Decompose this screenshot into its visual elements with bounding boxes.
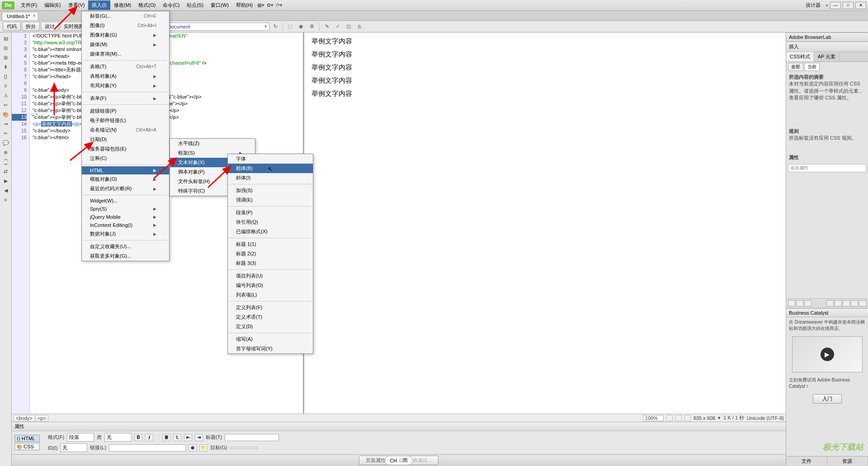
menu-item-33[interactable]: 标题 3(3) [228,259,313,268]
menu-item-f[interactable]: 定义列表(F) [228,303,313,312]
css-all-tab[interactable]: 全部 [788,63,803,71]
ul-button[interactable]: ≣ [162,434,170,441]
format-source-icon[interactable]: ≡ [1,196,10,204]
preview-paragraph[interactable]: 举例文字内容 [311,37,778,46]
menu-item-a[interactable]: 表格对象(A)▶ [82,71,169,81]
menu-item-n[interactable]: 命名锚记(N)Ctrl+Alt+A [82,125,169,135]
wrap-tag-icon[interactable]: ⊕ [1,148,10,156]
attach-stylesheet-icon[interactable] [826,300,834,306]
menu-格式[interactable]: 格式(O) [135,0,159,10]
show-set-icon[interactable] [804,300,811,306]
menu-item-s[interactable]: 加强(S) [228,186,313,195]
link-input[interactable] [109,444,186,452]
live-code-icon[interactable]: ⬚ [285,22,295,31]
menu-item-m[interactable]: 媒体(M)▶ [82,40,169,49]
view-代码[interactable]: 代码 [3,22,21,31]
menu-item-l[interactable]: 电子邮件链接(L) [82,116,169,125]
edit-rule-icon[interactable] [843,300,850,306]
menu-item-t[interactable]: 定义术语(T) [228,312,313,322]
menu-item-g[interactable]: 图像对象(G)▶ [82,30,169,40]
preview-paragraph[interactable]: 举例文字内容 [311,63,778,72]
open-documents-icon[interactable]: ▤ [1,34,10,42]
menu-item-i[interactable]: 图像(I)Ctrl+Alt+I [82,21,169,30]
menu-item-p[interactable]: 超级链接(P) [82,106,169,116]
ime-indicator[interactable]: CH □简 [385,456,413,465]
expand-icon[interactable]: ⊞ [1,53,10,61]
title-input[interactable] [225,434,279,441]
add-property-input[interactable]: 添加属性 [788,164,866,172]
browser-nav-icon[interactable]: ◉ [296,22,306,31]
minimize-button[interactable]: — [830,2,841,9]
css-current-tab[interactable]: 当前 [804,63,820,71]
menu-item-d[interactable]: 定义(D) [228,322,313,331]
browse-folder-icon[interactable]: 📁 [199,444,208,452]
target-select[interactable] [230,447,257,449]
assets-tab[interactable]: 资源 [827,457,868,466]
menu-item-o[interactable]: 编号列表(O) [228,281,313,290]
menu-item-t[interactable]: 表格(T)Ctrl+Alt+T [82,62,169,71]
menu-item-22[interactable]: 标题 2(2) [228,249,313,259]
comment-icon[interactable]: 💬 [1,139,10,147]
menu-item-j[interactable]: 数据对象(J)▶ [82,229,169,239]
menu-item-c[interactable]: 注释(C) [82,154,169,163]
maximize-button[interactable]: □ [843,2,854,9]
close-tab-icon[interactable]: ✕ [33,14,36,18]
line-numbers-icon[interactable]: # [1,82,10,90]
view-设计[interactable]: 设计 [41,22,59,31]
workspace-switcher[interactable]: 设计器 [802,2,824,9]
insert-panel-title[interactable]: 插入 [786,42,868,52]
sync-icon[interactable]: ⟳▾ [274,2,283,9]
preview-paragraph[interactable]: 举例文字内容 [311,50,778,59]
menu-item-a[interactable]: 缩写(A) [228,334,313,344]
indent-icon[interactable]: ▶ [1,177,10,185]
business-catalyst-title[interactable]: Business Catalyst [786,308,868,317]
select-parent-icon[interactable]: ⬍ [1,63,10,71]
show-list-icon[interactable] [796,300,803,306]
bc-video-thumbnail[interactable]: ▶ [792,336,863,372]
menu-item-g[interactable]: 获取更多对象(G)... [82,251,169,261]
menu-item-sprys[interactable]: Spry(S)▶ [82,205,169,213]
menu-item-u[interactable]: 自定义收藏夹(U)... [82,242,169,251]
menu-item-g[interactable]: 标签(G)...Ctrl+E [82,11,169,21]
menu-文件[interactable]: 文件(F) [17,0,41,10]
class-select[interactable]: 无 [104,433,132,442]
menu-item-html[interactable]: HTML▶ [82,166,169,174]
design-view[interactable]: 举例文字内容举例文字内容举例文字内容举例文字内容举例文字内容 [303,33,786,414]
menu-站点[interactable]: 站点(S) [183,0,207,10]
id-select[interactable]: 无 [60,443,87,452]
menu-命令[interactable]: 命令(C) [159,0,183,10]
view-拆分[interactable]: 拆分 [22,22,40,31]
menu-插入[interactable]: 插入(I) [88,0,110,10]
menu-item-p[interactable]: 段落(P) [228,208,313,217]
point-to-file-icon[interactable]: ⊕ [189,444,197,452]
tag-crumb[interactable]: <p> [35,415,48,421]
menu-item-f[interactable]: 表单(F)▶ [82,94,169,103]
menu-item-[interactable]: 字体 [228,154,313,164]
menu-item-r[interactable]: 最近的代码片断(R)▶ [82,184,169,193]
menu-item-z[interactable]: 水平线(Z) [170,139,255,148]
props-css-mode[interactable]: 🎨 CSS [14,443,40,450]
ol-button[interactable]: ⒈ [173,434,181,441]
tag-selector[interactable]: <body><p> [14,415,49,421]
move-css-icon[interactable]: ⇄ [1,167,10,175]
menu-item-d[interactable]: 日期(D) [82,135,169,144]
preview-paragraph[interactable]: 举例文字内容 [311,76,778,85]
outdent-button[interactable]: ⇤ [184,434,192,441]
menu-修改[interactable]: 修改(M) [110,0,135,10]
layout-icon[interactable]: ▦▾ [256,2,265,9]
menu-item-u[interactable]: 项目列表(U) [228,271,313,281]
menu-窗口[interactable]: 窗口(W) [207,0,232,10]
visual-aids-icon[interactable]: ◫ [344,22,354,31]
show-category-icon[interactable] [788,300,795,306]
highlight-invalid-icon[interactable]: ⚠ [1,91,10,99]
menu-item-o[interactable]: 模板对象(O)▶ [82,174,169,184]
document-tab[interactable]: Untitled-1* ✕ [2,12,38,20]
snippet-icon[interactable]: ✂ [1,129,10,137]
check-icon[interactable]: ✓ [333,22,343,31]
balance-braces-icon[interactable]: {} [1,72,10,80]
menu-item-e[interactable]: 服务器端包括(E) [82,144,169,154]
format-select[interactable]: 段落 [67,433,94,442]
browserlab-panel-title[interactable]: Adobe BrowserLab [786,33,868,42]
auto-indent-icon[interactable]: ⇥ [1,120,10,128]
menu-item-11[interactable]: 标题 1(1) [228,240,313,249]
